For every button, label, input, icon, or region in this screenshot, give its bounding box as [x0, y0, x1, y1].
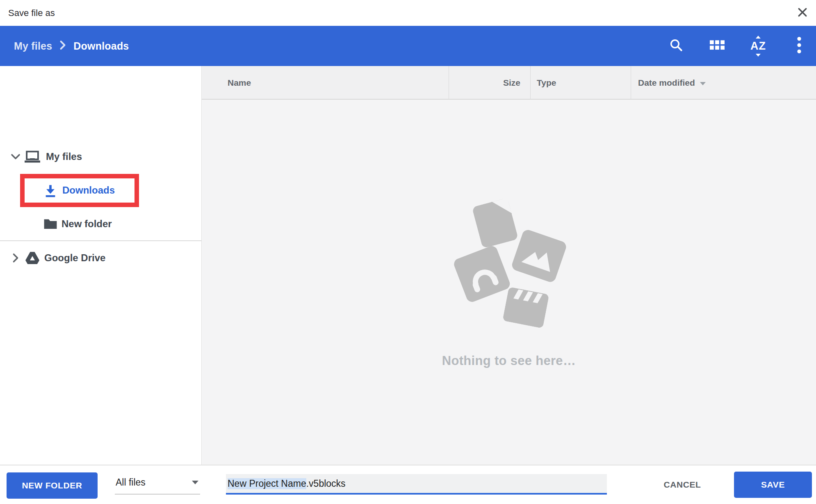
- grid-view-icon: [710, 40, 725, 52]
- dropdown-arrow-icon: [192, 481, 198, 484]
- sidebar-item-downloads[interactable]: Downloads: [0, 178, 201, 203]
- sidebar-item-new-folder[interactable]: New folder: [0, 211, 201, 237]
- sidebar-divider: [0, 240, 202, 241]
- sidebar-item-label: Google Drive: [44, 252, 105, 264]
- file-list-area: Name Size Type Date modified: [202, 66, 816, 465]
- sidebar-item-label: Downloads: [62, 185, 115, 196]
- sort-descending-icon: [700, 82, 706, 85]
- file-type-select[interactable]: All files: [115, 471, 200, 495]
- breadcrumb: My files Downloads: [14, 26, 129, 66]
- chevron-down-icon[interactable]: [11, 153, 21, 160]
- save-file-dialog: Save file as My files Downloads: [0, 0, 816, 504]
- dialog-title: Save file as: [8, 0, 55, 26]
- dialog-header: My files Downloads: [0, 26, 816, 66]
- grid-view-button[interactable]: [707, 36, 727, 56]
- dialog-titlebar: Save file as: [0, 0, 816, 26]
- new-folder-button[interactable]: NEW FOLDER: [7, 472, 98, 499]
- list-header: Name Size Type Date modified: [202, 66, 816, 100]
- sidebar: My files Downloads New folder: [0, 66, 202, 465]
- more-options-button[interactable]: [789, 36, 809, 56]
- column-header-date-modified[interactable]: Date modified: [638, 66, 706, 100]
- search-button[interactable]: [666, 36, 686, 56]
- sort-up-arrow-icon: [756, 36, 761, 39]
- file-type-value: All files: [115, 477, 146, 488]
- filename-selected-text: New Project Name: [228, 478, 306, 489]
- chevron-right-icon[interactable]: [12, 253, 19, 263]
- filename-extension-text: .v5blocks: [306, 478, 346, 489]
- sidebar-item-label: New folder: [62, 218, 112, 230]
- filename-input[interactable]: New Project Name.v5blocks: [226, 474, 607, 495]
- column-header-name[interactable]: Name: [228, 66, 251, 100]
- download-icon: [43, 183, 57, 197]
- close-button[interactable]: [795, 5, 810, 21]
- empty-video-icon: [502, 287, 549, 330]
- sort-az-icon: AZ: [750, 41, 766, 52]
- empty-state-message: Nothing to see here…: [202, 353, 816, 368]
- breadcrumb-my-files[interactable]: My files: [14, 40, 52, 52]
- close-icon: [796, 6, 809, 20]
- column-header-size[interactable]: Size: [449, 66, 520, 100]
- laptop-icon: [25, 150, 40, 163]
- save-button[interactable]: SAVE: [734, 472, 812, 498]
- search-icon: [669, 38, 684, 54]
- sort-button[interactable]: AZ: [748, 36, 768, 56]
- column-divider: [530, 66, 531, 100]
- sort-down-arrow-icon: [756, 54, 761, 57]
- sidebar-item-google-drive[interactable]: Google Drive: [0, 245, 201, 271]
- more-vertical-icon: [797, 37, 801, 55]
- header-actions: AZ: [645, 26, 809, 66]
- breadcrumb-downloads[interactable]: Downloads: [73, 40, 129, 52]
- sidebar-item-my-files[interactable]: My files: [0, 144, 201, 169]
- empty-image-icon: [510, 228, 568, 285]
- breadcrumb-separator-icon: [59, 40, 66, 52]
- column-divider: [631, 66, 631, 100]
- google-drive-icon: [25, 252, 39, 264]
- empty-document-icon: [472, 198, 519, 250]
- empty-audio-icon: [452, 244, 512, 305]
- column-header-type[interactable]: Type: [537, 66, 556, 100]
- sidebar-item-label: My files: [46, 151, 82, 162]
- folder-icon: [43, 218, 57, 230]
- cancel-button[interactable]: CANCEL: [654, 473, 711, 496]
